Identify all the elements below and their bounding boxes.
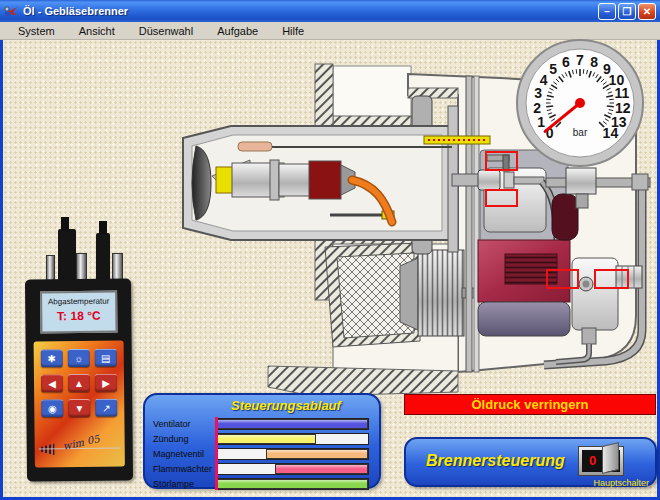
- maximize-button[interactable]: ❐: [618, 3, 636, 20]
- main-switch-label: Hauptschalter: [593, 478, 649, 488]
- window-title: Öl - Gebläsebrenner: [23, 5, 128, 17]
- hotspot-solenoid-valve[interactable]: [486, 190, 517, 206]
- control-row-segment: [216, 419, 368, 429]
- device-key-right[interactable]: ▶: [95, 374, 117, 392]
- control-row: Flammwächter: [153, 463, 369, 475]
- probe-connector: [96, 233, 110, 281]
- keypad-zone: ✱☼▤◀▲▶◉▼↗ wim 05: [34, 341, 125, 468]
- menubar: System Ansicht Düsenwahl Aufgabe Hilfe: [0, 22, 660, 40]
- control-row-label: Störlampe: [153, 479, 215, 489]
- control-panel-title: Steuerungsablauf: [145, 398, 379, 413]
- time-cursor: [215, 417, 218, 490]
- control-row-track: [215, 418, 369, 430]
- brand-area: wim 05: [39, 435, 121, 462]
- display-temperature: T: 18 °C: [42, 309, 115, 324]
- probe-plug: [76, 253, 87, 281]
- control-row: Ventilator: [153, 418, 369, 430]
- device-key-up[interactable]: ▲: [68, 374, 90, 392]
- meter-body: Abgastemperatur T: 18 °C ✱☼▤◀▲▶◉▼↗ wim 0…: [25, 278, 133, 481]
- hotspot-pump-coupling[interactable]: [547, 270, 578, 288]
- control-row-label: Ventilator: [153, 419, 215, 429]
- display-caption: Abgastemperatur: [42, 297, 115, 307]
- menu-ansicht[interactable]: Ansicht: [71, 24, 123, 38]
- device-key-backlight[interactable]: ☼: [68, 349, 90, 367]
- switch-value: 0: [585, 452, 600, 470]
- probe-connector: [58, 229, 76, 281]
- menu-hilfe[interactable]: Hilfe: [274, 24, 312, 38]
- control-sequence-panel: Steuerungsablauf VentilatorZündungMagnet…: [143, 393, 381, 489]
- probe-plug: [46, 255, 55, 281]
- minimize-button[interactable]: –: [598, 3, 616, 20]
- status-banner-text: Öldruck verringern: [471, 397, 588, 412]
- main-switch[interactable]: 0: [578, 446, 624, 476]
- control-row-track: [215, 448, 369, 460]
- brand-signature: wim 05: [62, 433, 101, 452]
- switch-lever-icon: [602, 442, 619, 474]
- device-key-enter[interactable]: ↗: [95, 399, 117, 417]
- control-row-segment: [275, 464, 368, 474]
- keypad: ✱☼▤◀▲▶◉▼↗: [41, 349, 118, 418]
- app-icon: [4, 4, 19, 19]
- control-row: Störlampe: [153, 478, 369, 490]
- control-row-label: Zündung: [153, 434, 215, 444]
- status-banner: Öldruck verringern: [404, 394, 656, 415]
- menu-system[interactable]: System: [10, 24, 63, 38]
- control-row-segment: [266, 449, 368, 459]
- control-row-track: [215, 433, 369, 445]
- close-button[interactable]: ✕: [638, 3, 656, 20]
- probe-plug: [112, 253, 123, 281]
- app-window: Öl - Gebläsebrenner – ❐ ✕ System Ansicht…: [0, 0, 660, 500]
- control-row-label: Flammwächter: [153, 464, 215, 474]
- device-key-down[interactable]: ▼: [68, 399, 90, 417]
- menu-duesenwahl[interactable]: Düsenwahl: [131, 24, 201, 38]
- device-key-func-1[interactable]: ✱: [41, 349, 63, 367]
- burner-control-label: Brennersteuerung: [426, 452, 565, 470]
- burner-control-button[interactable]: Brennersteuerung 0 Hauptschalter: [404, 437, 657, 487]
- control-row-track: [215, 478, 369, 490]
- control-row-label: Magnetventil: [153, 449, 215, 459]
- temperature-meter: Abgastemperatur T: 18 °C ✱☼▤◀▲▶◉▼↗ wim 0…: [24, 215, 136, 483]
- control-rows: VentilatorZündungMagnetventilFlammwächte…: [153, 418, 369, 490]
- device-key-mode[interactable]: ▤: [95, 349, 117, 367]
- menu-aufgabe[interactable]: Aufgabe: [209, 24, 266, 38]
- device-key-zero[interactable]: ◉: [41, 399, 63, 417]
- meter-display: Abgastemperatur T: 18 °C: [40, 291, 117, 334]
- device-key-left[interactable]: ◀: [41, 374, 63, 392]
- hotspot-bleed-screw[interactable]: [486, 152, 517, 170]
- control-row: Magnetventil: [153, 448, 369, 460]
- control-row-track: [215, 463, 369, 475]
- control-row-segment: [216, 434, 316, 444]
- hotspot-pump-pressure-port[interactable]: [595, 270, 628, 288]
- titlebar: Öl - Gebläsebrenner – ❐ ✕: [0, 0, 660, 22]
- control-row: Zündung: [153, 433, 369, 445]
- control-row-segment: [216, 479, 368, 489]
